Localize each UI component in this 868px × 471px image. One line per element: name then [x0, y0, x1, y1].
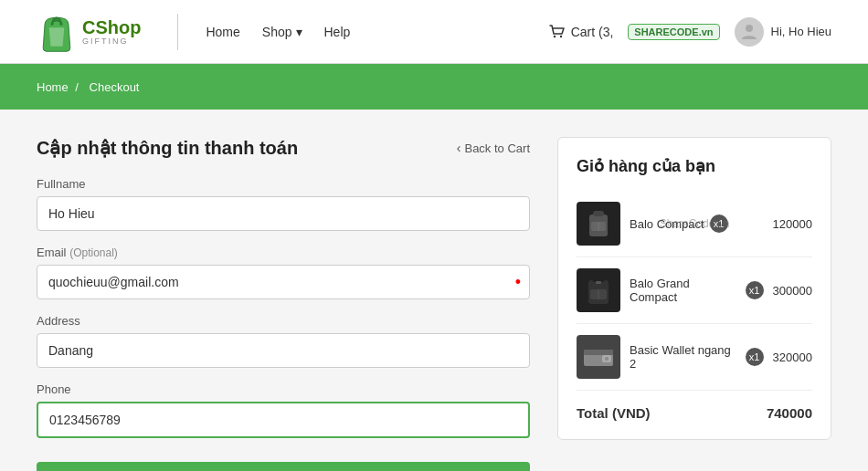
phone-label: Phone: [37, 382, 530, 396]
cart-item-2-image: [577, 268, 620, 312]
logo[interactable]: CShop GIFTING: [37, 9, 141, 55]
cart-total-label: Total (VND): [577, 405, 651, 421]
backpack-icon-1: [584, 207, 613, 240]
cart-button[interactable]: Cart (3,: [549, 25, 614, 39]
cart-item-1-price: 120000: [773, 217, 812, 231]
form-section: Cập nhật thông tin thanh toán ‹ Back to …: [37, 137, 530, 471]
phone-input[interactable]: [37, 402, 530, 438]
breadcrumb-home[interactable]: Home: [37, 80, 69, 94]
address-group: Address: [37, 314, 530, 368]
breadcrumb: Home / Checkout: [37, 80, 143, 94]
form-title: Cập nhật thông tin thanh toán: [37, 137, 298, 159]
cart-item-1-info: Balo Compact x1: [630, 215, 764, 233]
logo-icon: [37, 9, 77, 55]
chevron-down-icon: ▾: [296, 25, 302, 39]
email-label: Email (Optional): [37, 246, 530, 259]
svg-point-1: [559, 35, 561, 37]
cart-item-1-qty: x1: [710, 215, 728, 233]
nav-divider: [177, 14, 178, 50]
user-info: Hi, Ho Hieu: [735, 17, 831, 47]
email-group: Email (Optional) •: [37, 246, 530, 299]
cart-title: Giỏ hàng của bạn: [577, 156, 812, 176]
breadcrumb-separator: /: [75, 80, 79, 94]
email-optional-label: (Optional): [69, 246, 118, 259]
fullname-label: Fullname: [37, 177, 530, 191]
phone-group: Phone: [37, 382, 530, 438]
cart-item-2-name: Balo Grand Compact: [630, 277, 740, 304]
back-to-cart-label: Back to Cart: [464, 141, 530, 155]
nav-shop[interactable]: Shop ▾: [262, 25, 302, 39]
cart-item-3-name: Basic Wallet ngang 2: [630, 343, 740, 371]
nav-help[interactable]: Help: [324, 25, 351, 39]
logo-subtitle: GIFTING: [82, 37, 141, 47]
cart-item-1: Balo Compact x1 120000 ShareCode.vn: [577, 191, 812, 257]
cart-item-2-info: Balo Grand Compact x1: [630, 277, 764, 304]
main-nav: Home Shop ▾ Help: [206, 25, 548, 39]
cart-total: Total (VND) 740000: [577, 405, 812, 421]
header-right: Cart (3, SHARECODE.vn Hi, Ho Hieu: [549, 17, 831, 47]
user-greeting: Hi, Ho Hieu: [771, 25, 831, 38]
logo-name: CShop: [82, 17, 141, 37]
email-input[interactable]: [37, 265, 530, 299]
cart-item-3: Basic Wallet ngang 2 x1 320000: [577, 324, 812, 391]
chevron-left-icon: ‹: [457, 141, 461, 155]
backpack-icon-2: [584, 274, 613, 307]
cart-item-3-qty: x1: [746, 348, 764, 366]
email-wrapper: •: [37, 265, 530, 299]
nav-home[interactable]: Home: [206, 25, 239, 39]
fullname-group: Fullname: [37, 177, 530, 231]
cart-item-2-qty: x1: [746, 281, 764, 299]
fullname-input[interactable]: [37, 196, 530, 231]
main-content: Cập nhật thông tin thanh toán ‹ Back to …: [0, 110, 868, 471]
back-to-cart-link[interactable]: ‹ Back to Cart: [457, 141, 530, 155]
user-avatar: [735, 17, 764, 47]
cart-item-2: Balo Grand Compact x1 300000: [577, 257, 812, 324]
green-banner: Home / Checkout: [0, 64, 868, 110]
cart-item-1-image: [577, 202, 620, 246]
cart-item-1-name: Balo Compact: [630, 217, 704, 231]
svg-rect-4: [593, 211, 604, 216]
cart-icon: [549, 25, 566, 39]
avatar-icon: [738, 21, 760, 43]
cart-item-3-image: [577, 335, 620, 379]
cart-item-3-info: Basic Wallet ngang 2 x1: [630, 343, 764, 371]
wallet-icon: [582, 344, 615, 370]
breadcrumb-current: Checkout: [90, 80, 140, 94]
sharecode-badge: SHARECODE.vn: [628, 24, 719, 40]
svg-point-15: [605, 357, 609, 361]
svg-rect-11: [596, 281, 601, 284]
cart-label: Cart (3,: [571, 25, 614, 39]
cart-item-2-price: 300000: [773, 284, 812, 298]
email-error-dot: •: [515, 274, 521, 290]
submit-button[interactable]: Đặt Hàng Copyright © ShareCode.vn: [37, 462, 530, 471]
header: CShop GIFTING Home Shop ▾ Help Cart (3, …: [0, 0, 868, 64]
cart-section: Giỏ hàng của bạn Balo Compact x1 120000 …: [557, 137, 831, 440]
address-input[interactable]: [37, 333, 530, 368]
svg-point-2: [746, 25, 753, 32]
cart-total-value: 740000: [767, 405, 812, 421]
svg-rect-13: [584, 350, 613, 355]
address-label: Address: [37, 314, 530, 328]
svg-point-0: [553, 35, 555, 37]
cart-item-3-price: 320000: [773, 351, 812, 364]
form-header: Cập nhật thông tin thanh toán ‹ Back to …: [37, 137, 530, 159]
